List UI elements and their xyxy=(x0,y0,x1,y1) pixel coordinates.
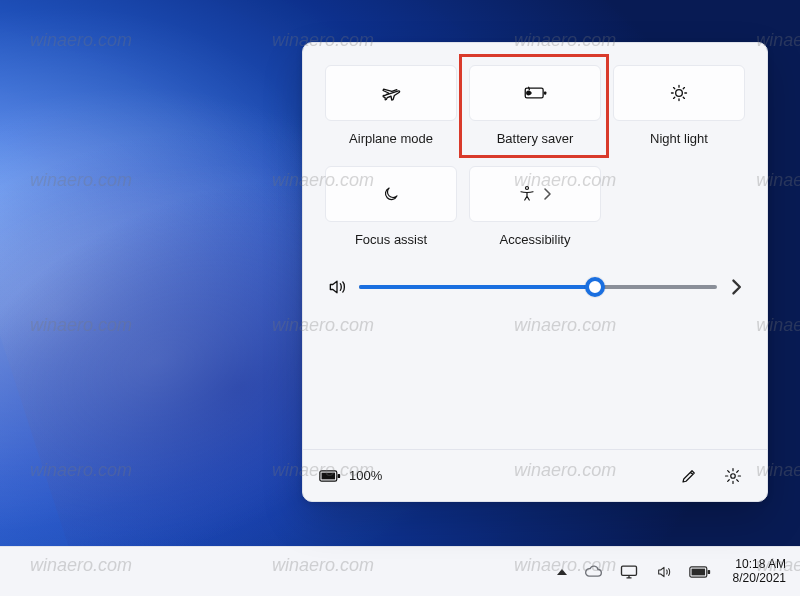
volume-slider[interactable] xyxy=(359,277,717,297)
battery-icon xyxy=(319,469,341,483)
tile-label: Night light xyxy=(650,131,708,146)
taskbar-clock[interactable]: 10:18 AM 8/20/2021 xyxy=(733,558,786,586)
battery-percent-text: 100% xyxy=(349,468,382,483)
svg-rect-11 xyxy=(707,569,710,573)
clock-date: 8/20/2021 xyxy=(733,572,786,586)
tile-label: Battery saver xyxy=(497,131,574,146)
svg-point-7 xyxy=(731,473,736,478)
tile-night-light: Night light xyxy=(613,65,745,146)
settings-button[interactable] xyxy=(715,458,751,494)
edit-quick-settings-button[interactable] xyxy=(671,458,707,494)
network-tray-icon[interactable] xyxy=(619,564,639,580)
tile-accessibility: Accessibility xyxy=(469,166,601,247)
svg-rect-10 xyxy=(691,568,705,575)
night-light-icon xyxy=(669,83,689,103)
chevron-right-icon[interactable] xyxy=(729,278,743,296)
system-tray: 10:18 AM 8/20/2021 xyxy=(557,558,786,586)
tile-label: Focus assist xyxy=(355,232,427,247)
sound-tray-icon[interactable] xyxy=(655,564,673,580)
airplane-mode-button[interactable] xyxy=(325,65,457,121)
svg-rect-5 xyxy=(322,472,336,479)
chevron-right-icon xyxy=(542,187,552,201)
volume-slider-thumb[interactable] xyxy=(585,277,605,297)
tile-label: Accessibility xyxy=(500,232,571,247)
pencil-icon xyxy=(680,467,698,485)
computer-icon xyxy=(619,564,639,580)
svg-rect-6 xyxy=(338,473,341,477)
svg-rect-8 xyxy=(621,566,636,575)
volume-icon xyxy=(655,564,673,580)
tray-overflow-button[interactable] xyxy=(557,569,567,575)
accessibility-icon xyxy=(518,185,536,203)
focus-assist-button[interactable] xyxy=(325,166,457,222)
volume-icon xyxy=(327,277,347,297)
tile-focus-assist: Focus assist xyxy=(325,166,457,247)
battery-saver-icon xyxy=(522,83,548,103)
volume-slider-fill xyxy=(359,285,595,289)
cloud-icon xyxy=(583,565,603,579)
svg-point-2 xyxy=(676,90,683,97)
tile-label: Airplane mode xyxy=(349,131,433,146)
tile-battery-saver: Battery saver xyxy=(469,65,601,146)
battery-saver-button[interactable] xyxy=(469,65,601,121)
moon-icon xyxy=(382,185,400,203)
svg-point-3 xyxy=(526,187,529,190)
gear-icon xyxy=(724,467,742,485)
onedrive-tray-icon[interactable] xyxy=(583,565,603,579)
taskbar[interactable]: 10:18 AM 8/20/2021 xyxy=(0,546,800,596)
night-light-button[interactable] xyxy=(613,65,745,121)
quick-settings-footer: 100% xyxy=(303,449,767,501)
accessibility-button[interactable] xyxy=(469,166,601,222)
battery-tray-icon[interactable] xyxy=(689,566,711,578)
battery-icon xyxy=(689,566,711,578)
tile-airplane-mode: Airplane mode xyxy=(325,65,457,146)
quick-settings-panel: Airplane mode Battery saver xyxy=(302,42,768,502)
svg-rect-1 xyxy=(544,91,546,94)
chevron-up-icon xyxy=(557,569,567,575)
airplane-icon xyxy=(381,83,401,103)
clock-time: 10:18 AM xyxy=(733,558,786,572)
battery-status[interactable]: 100% xyxy=(319,468,382,483)
volume-row xyxy=(325,273,745,301)
